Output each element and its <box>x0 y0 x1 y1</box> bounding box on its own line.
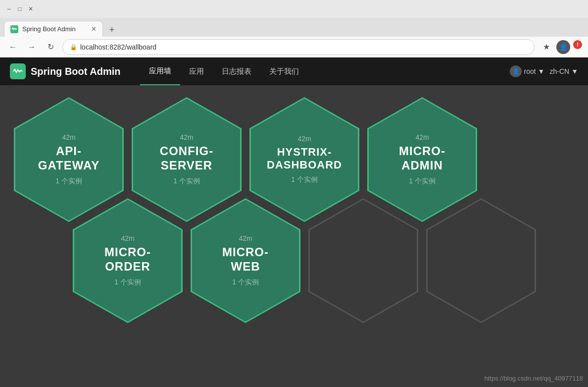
lock-icon: 🔒 <box>70 44 77 51</box>
hex-grid: 42m API-GATEWAY 1 个实例 42m CONFIG- <box>10 95 578 325</box>
active-tab[interactable]: Spring Boot Admin ✕ <box>4 21 103 37</box>
nav-user[interactable]: 👤 root ▼ <box>510 65 544 77</box>
tile-time-micro-order: 42m <box>121 234 134 242</box>
tile-time-hystrix-dashboard: 42m <box>297 135 311 143</box>
url-text: localhost:8282/wallboard <box>80 43 156 51</box>
user-dropdown-icon: ▼ <box>538 67 545 75</box>
nav-applications[interactable]: 应用 <box>180 57 213 85</box>
tile-name-micro-order: MICRO-ORDER <box>104 245 151 274</box>
tile-ghost-1 <box>306 196 420 325</box>
brand-icon <box>10 63 26 79</box>
nav-wallboard[interactable]: 应用墙 <box>140 57 180 85</box>
tab-bar: Spring Boot Admin ✕ + <box>0 18 588 37</box>
url-box[interactable]: 🔒 localhost:8282/wallboard <box>62 39 535 55</box>
brand-name: Spring Boot Admin <box>31 66 120 77</box>
tab-title: Spring Boot Admin <box>22 25 87 33</box>
tile-micro-web[interactable]: 42m MICRO-WEB 1 个实例 <box>189 196 302 325</box>
forward-button[interactable]: → <box>25 40 39 54</box>
address-bar: ← → ↻ 🔒 localhost:8282/wallboard ★ 👤 ! <box>0 37 588 57</box>
profile-button[interactable]: 👤 <box>556 40 570 54</box>
back-button[interactable]: ← <box>6 40 20 54</box>
browser-window: – □ ✕ Spring Boot Admin ✕ + ← → ↻ 🔒 loca… <box>0 0 588 387</box>
tile-instances-api-gateway: 1 个实例 <box>55 177 82 186</box>
lang-label: zh-CN <box>549 67 569 75</box>
wallboard-content: 42m API-GATEWAY 1 个实例 42m CONFIG- <box>0 85 588 387</box>
tile-name-config-server: CONFIG-SERVER <box>160 144 213 173</box>
close-button[interactable]: ✕ <box>27 5 35 13</box>
address-actions: ★ 👤 ! <box>539 40 582 54</box>
title-bar: – □ ✕ <box>0 0 588 18</box>
reload-button[interactable]: ↻ <box>44 40 57 54</box>
navbar-brand: Spring Boot Admin <box>10 63 120 79</box>
bookmark-button[interactable]: ★ <box>539 40 553 54</box>
new-tab-button[interactable]: + <box>105 23 119 37</box>
tab-favicon <box>10 25 18 33</box>
user-icon: 👤 <box>510 65 522 77</box>
tile-name-api-gateway: API-GATEWAY <box>38 144 99 173</box>
tile-instances-hystrix-dashboard: 1 个实例 <box>291 175 318 184</box>
user-name: root <box>524 67 536 75</box>
tile-instances-config-server: 1 个实例 <box>173 177 200 186</box>
tile-time-config-server: 42m <box>180 133 193 141</box>
maximize-button[interactable]: □ <box>16 5 24 13</box>
notification-badge: ! <box>573 40 582 49</box>
nav-links: 应用墙 应用 日志报表 关于我们 <box>140 57 510 85</box>
nav-about[interactable]: 关于我们 <box>260 57 308 85</box>
tile-name-micro-web: MICRO-WEB <box>222 245 269 274</box>
tile-name-hystrix-dashboard: HYSTRIX-DASHBOARD <box>267 146 342 172</box>
navbar: Spring Boot Admin 应用墙 应用 日志报表 关于我们 👤 roo… <box>0 57 588 85</box>
tile-instances-micro-order: 1 个实例 <box>114 278 141 287</box>
tile-time-api-gateway: 42m <box>62 133 75 141</box>
tile-ghost-2 <box>424 196 538 325</box>
bottom-link: https://blog.csdn.net/qq_40977118 <box>485 375 584 382</box>
lang-dropdown-icon: ▼ <box>571 67 578 75</box>
tile-name-micro-admin: MICRO-ADMIN <box>399 144 445 173</box>
minimize-button[interactable]: – <box>5 5 13 13</box>
nav-log-report[interactable]: 日志报表 <box>213 57 260 85</box>
window-controls: – □ ✕ <box>5 5 35 13</box>
tile-instances-micro-web: 1 个实例 <box>232 278 259 287</box>
tile-time-micro-web: 42m <box>239 234 252 242</box>
nav-right: 👤 root ▼ zh-CN ▼ <box>510 65 578 77</box>
tile-micro-order[interactable]: 42m MICRO-ORDER 1 个实例 <box>71 196 185 325</box>
nav-lang[interactable]: zh-CN ▼ <box>549 67 578 75</box>
tab-close-button[interactable]: ✕ <box>91 25 97 33</box>
tile-instances-micro-admin: 1 个实例 <box>409 177 436 186</box>
tile-time-micro-admin: 42m <box>415 133 429 141</box>
app-content: Spring Boot Admin 应用墙 应用 日志报表 关于我们 👤 roo… <box>0 57 588 387</box>
